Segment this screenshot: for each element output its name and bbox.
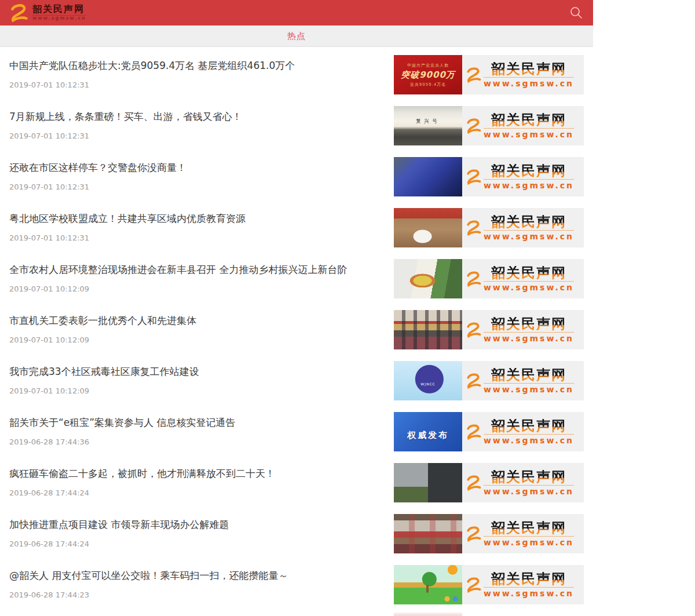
site-url: www.sgmsw.cn — [32, 15, 86, 21]
watermark-site-url: www.sgmsw.cn — [484, 485, 574, 495]
news-item[interactable]: 粤北地区学校联盟成立！共建共享区域内优质教育资源 2019-07-01 10:1… — [0, 205, 593, 256]
news-date: 2019-06-28 17:44:24 — [9, 540, 394, 548]
swoosh-flame-icon — [465, 472, 482, 493]
news-date: 2019-07-01 10:12:09 — [9, 285, 394, 293]
news-photo-image — [394, 463, 462, 502]
news-text-block: 市直机关工委表彰一批优秀个人和先进集体 2019-07-01 10:12:09 — [9, 307, 394, 358]
tab-hot[interactable]: 热点 — [287, 31, 306, 42]
watermark-text: 韶关民声网 www.sgmsw.cn — [484, 521, 574, 546]
news-photo-image: 权威发布 — [394, 412, 462, 451]
news-item[interactable]: 市直机关工委表彰一批优秀个人和先进集体 2019-07-01 10:12:09 … — [0, 307, 593, 358]
news-thumbnail[interactable]: 韶关民声网 www.sgmsw.cn — [394, 157, 584, 196]
watermark-text: 韶关民声网 www.sgmsw.cn — [484, 368, 574, 393]
news-title[interactable]: 中国共产党队伍稳步壮大:党员9059.4万名 基层党组织461.0万个 — [9, 60, 394, 71]
news-title[interactable]: 全市农村人居环境整治现场推进会在新丰县召开 全力推动乡村振兴迈上新台阶 — [9, 264, 394, 275]
swoosh-flame-icon — [465, 370, 482, 391]
photo-caption: 中国共产党党员人数 — [407, 63, 449, 68]
watermark-site-name: 韶关民声网 — [491, 266, 566, 280]
news-text-block: 中国共产党队伍稳步壮大:党员9059.4万名 基层党组织461.0万个 2019… — [9, 52, 394, 103]
news-item[interactable]: 全市农村人居环境整治现场推进会在新丰县召开 全力推动乡村振兴迈上新台阶 2019… — [0, 256, 593, 307]
news-text-block: 疯狂砸车偷盗二十多起，被抓时，他才刑满释放不到二十天！ 2019-06-28 1… — [9, 460, 394, 511]
news-thumbnail[interactable]: 韶关民声网 www.sgmsw.cn — [394, 514, 584, 553]
news-photo-image: 复兴号 — [394, 106, 462, 145]
watermark-text: 韶关民声网 www.sgmsw.cn — [484, 266, 574, 291]
news-date: 2019-07-01 10:12:31 — [9, 183, 394, 191]
swoosh-flame-icon — [465, 421, 482, 442]
news-date: 2019-07-01 10:12:31 — [9, 132, 394, 140]
news-text-block: @韶关人 用支付宝可以坐公交啦！乘车码扫一扫，还能攒能量～ 2019-06-28… — [9, 562, 394, 613]
news-thumbnail[interactable]: 韶关民声网 www.sgmsw.cn — [394, 463, 584, 502]
site-logo[interactable]: 韶关民声网 www.sgmsw.cn — [8, 3, 86, 22]
news-item[interactable]: 中国共产党队伍稳步壮大:党员9059.4万名 基层党组织461.0万个 2019… — [0, 52, 593, 103]
news-item[interactable]: 疯狂砸车偷盗二十多起，被抓时，他才刑满释放不到二十天！ 2019-06-28 1… — [0, 460, 593, 511]
swoosh-flame-icon — [465, 166, 482, 187]
watermark-site-name: 韶关民声网 — [491, 113, 566, 127]
watermark-site-name: 韶关民声网 — [491, 317, 566, 331]
news-item[interactable]: @韶关人 用支付宝可以坐公交啦！乘车码扫一扫，还能攒能量～ 2019-06-28… — [0, 562, 593, 613]
watermark-text: 韶关民声网 www.sgmsw.cn — [484, 470, 574, 495]
news-text-block: 全市农村人居环境整治现场推进会在新丰县召开 全力推动乡村振兴迈上新台阶 2019… — [9, 256, 394, 307]
watermark-text: 韶关民声网 www.sgmsw.cn — [484, 164, 574, 189]
news-photo-image: 中国共产党党员人数突破9000万党员9059.4万名 — [394, 55, 462, 94]
news-title[interactable]: 7月新规上线，条条重磅！买车、出游，省钱又省心！ — [9, 111, 394, 122]
watermark-site-url: www.sgmsw.cn — [484, 434, 574, 444]
news-photo-image — [394, 310, 462, 349]
news-title[interactable]: 疯狂砸车偷盗二十多起，被抓时，他才刑满释放不到二十天！ — [9, 468, 394, 479]
news-item[interactable]: 7月新规上线，条条重磅！买车、出游，省钱又省心！ 2019-07-01 10:1… — [0, 103, 593, 154]
news-title[interactable]: 我市完成33个社区戒毒社区康复工作站建设 — [9, 366, 394, 377]
news-photo-image: WJNCC — [394, 361, 462, 400]
news-item[interactable]: 韶关市关于“e租宝”案集资参与人 信息核实登记通告 2019-06-28 17:… — [0, 409, 593, 460]
photo-caption: 复兴号 — [416, 118, 440, 125]
news-title[interactable]: 市直机关工委表彰一批优秀个人和先进集体 — [9, 315, 394, 326]
news-thumbnail[interactable]: 中国共产党党员人数突破9000万党员9059.4万名 韶关民声网 www.sgm… — [394, 55, 584, 94]
news-text-block: 我市完成33个社区戒毒社区康复工作站建设 2019-07-01 10:12:09 — [9, 358, 394, 409]
news-title[interactable]: @韶关人 用支付宝可以坐公交啦！乘车码扫一扫，还能攒能量～ — [9, 570, 394, 581]
news-thumbnail[interactable]: 韶关民声网 www.sgmsw.cn — [394, 208, 584, 247]
news-item[interactable]: 还敢在市区这样停车？交警盘你没商量！ 2019-07-01 10:12:31 韶… — [0, 154, 593, 205]
swoosh-flame-icon — [465, 115, 482, 136]
site-watermark: 韶关民声网 www.sgmsw.cn — [462, 259, 584, 298]
watermark-site-name: 韶关民声网 — [491, 368, 566, 382]
watermark-site-url: www.sgmsw.cn — [484, 179, 574, 189]
news-title[interactable]: 韶关市关于“e租宝”案集资参与人 信息核实登记通告 — [9, 417, 394, 428]
news-thumbnail[interactable]: 韶关民声网 www.sgmsw.cn — [394, 310, 584, 349]
news-thumbnail[interactable]: 韶关民声网 www.sgmsw.cn — [394, 565, 584, 604]
site-watermark: 韶关民声网 www.sgmsw.cn — [462, 514, 584, 553]
news-item[interactable]: 我市完成33个社区戒毒社区康复工作站建设 2019-07-01 10:12:09… — [0, 358, 593, 409]
watermark-site-name: 韶关民声网 — [491, 521, 566, 535]
news-date: 2019-06-28 17:44:36 — [9, 438, 394, 446]
news-title[interactable]: 粤北地区学校联盟成立！共建共享区域内优质教育资源 — [9, 213, 394, 224]
swoosh-flame-icon — [465, 268, 482, 289]
swoosh-flame-icon — [8, 3, 30, 22]
site-watermark: 韶关民声网 www.sgmsw.cn — [462, 208, 584, 247]
watermark-site-url: www.sgmsw.cn — [484, 332, 574, 342]
partial-next-thumbnail — [394, 613, 462, 616]
photo-caption: 突破9000万 — [401, 70, 455, 81]
search-button[interactable] — [568, 4, 585, 21]
site-watermark: 韶关民声网 www.sgmsw.cn — [462, 463, 584, 502]
news-photo-image — [394, 259, 462, 298]
swoosh-flame-icon — [465, 523, 482, 544]
news-photo-image — [394, 514, 462, 553]
news-thumbnail[interactable]: 权威发布 韶关民声网 www.sgmsw.cn — [394, 412, 584, 451]
watermark-site-name: 韶关民声网 — [491, 62, 566, 76]
news-thumbnail[interactable]: 韶关民声网 www.sgmsw.cn — [394, 259, 584, 298]
news-date: 2019-07-01 10:12:31 — [9, 234, 394, 242]
news-title[interactable]: 还敢在市区这样停车？交警盘你没商量！ — [9, 162, 394, 173]
watermark-site-url: www.sgmsw.cn — [484, 587, 574, 597]
news-title[interactable]: 加快推进重点项目建设 市领导新丰现场办公解难题 — [9, 519, 394, 530]
news-text-block: 加快推进重点项目建设 市领导新丰现场办公解难题 2019-06-28 17:44… — [9, 511, 394, 562]
news-thumbnail[interactable]: WJNCC 韶关民声网 www.sgmsw.cn — [394, 361, 584, 400]
page: 韶关民声网 www.sgmsw.cn 热点 中国共产党队伍稳步壮大:党员9059… — [0, 0, 593, 616]
news-date: 2019-07-01 10:12:09 — [9, 387, 394, 395]
photo-caption: 权威发布 — [407, 430, 449, 441]
watermark-site-url: www.sgmsw.cn — [484, 383, 574, 393]
swoosh-flame-icon — [465, 217, 482, 238]
watermark-site-url: www.sgmsw.cn — [484, 77, 574, 88]
news-thumbnail[interactable]: 复兴号 韶关民声网 www.sgmsw.cn — [394, 106, 584, 145]
news-photo-image — [394, 208, 462, 247]
watermark-site-name: 韶关民声网 — [491, 164, 566, 178]
watermark-text: 韶关民声网 www.sgmsw.cn — [484, 215, 574, 240]
news-item[interactable]: 加快推进重点项目建设 市领导新丰现场办公解难题 2019-06-28 17:44… — [0, 511, 593, 562]
site-watermark: 韶关民声网 www.sgmsw.cn — [462, 361, 584, 400]
